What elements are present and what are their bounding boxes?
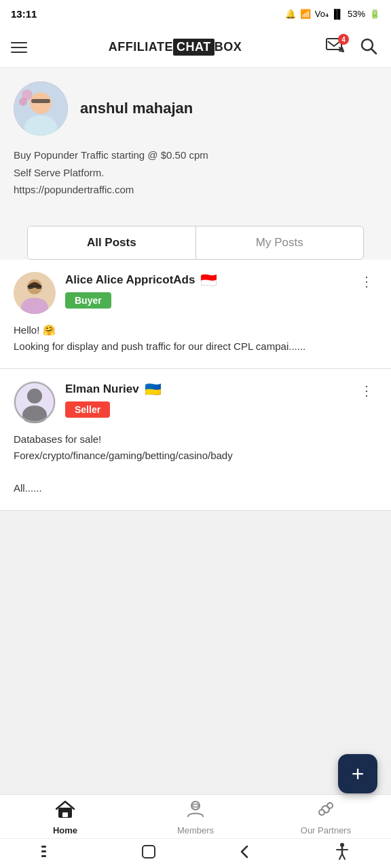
members-icon	[186, 800, 205, 823]
post-menu-elman[interactable]: ⋮	[356, 381, 377, 400]
profile-bio-link: https://popundertraffic.com	[14, 181, 377, 199]
post-card-alice: Alice Alice AppricotAds 🇮🇩 Buyer ⋮ Hello…	[0, 260, 391, 369]
top-nav: AFFILIATE CHAT BOX 4	[0, 27, 391, 68]
svg-line-32	[339, 854, 342, 859]
app-logo: AFFILIATE CHAT BOX	[109, 39, 242, 56]
nav-label-members: Members	[177, 825, 214, 835]
avatar-alice	[14, 272, 56, 314]
avatar	[14, 81, 68, 136]
nav-item-partners[interactable]: Our Partners	[261, 800, 391, 835]
hamburger-line-2	[11, 47, 27, 48]
nav-label-home: Home	[53, 825, 77, 835]
fab-new-post[interactable]: +	[338, 754, 377, 793]
post-content-alice: Hello! 🤗Looking for display and push tra…	[14, 322, 377, 355]
tab-my-posts[interactable]: My Posts	[196, 226, 364, 259]
hamburger-menu[interactable]	[11, 42, 27, 53]
post-flag-elman: 🇺🇦	[145, 381, 162, 397]
svg-rect-26	[41, 850, 46, 852]
nav-label-partners: Our Partners	[301, 825, 351, 835]
alarm-icon: 🔔	[285, 9, 296, 19]
svg-rect-22	[193, 804, 198, 807]
svg-point-16	[27, 389, 42, 403]
post-card-elman: Elman Nuriev 🇺🇦 Seller ⋮ Databases for s…	[0, 369, 391, 511]
svg-rect-11	[28, 285, 33, 289]
hamburger-line-1	[11, 42, 27, 43]
logo-affiliate-text: AFFILIATE	[109, 40, 173, 54]
post-username-elman: Elman Nuriev	[65, 382, 139, 396]
sys-back-icon	[239, 845, 251, 859]
message-badge: 4	[338, 34, 349, 45]
avatar-image	[14, 81, 68, 136]
post-user-details-alice: Alice Alice AppricotAds 🇮🇩 Buyer	[65, 272, 356, 309]
battery-icon: 🔋	[369, 9, 380, 19]
svg-point-8	[19, 98, 27, 106]
sys-accessibility-button[interactable]	[318, 837, 366, 868]
post-name-row-elman: Elman Nuriev 🇺🇦	[65, 381, 356, 397]
signal-text: Vo₄ ▐▌	[315, 9, 343, 19]
messages-button[interactable]: 4	[323, 35, 348, 59]
svg-rect-28	[143, 846, 155, 858]
profile-section: anshul mahajan Buy Popunder Traffic star…	[0, 68, 391, 215]
post-user-details-elman: Elman Nuriev 🇺🇦 Seller	[65, 381, 356, 418]
profile-username: anshul mahajan	[80, 100, 193, 117]
svg-rect-20	[62, 812, 68, 817]
svg-point-23	[319, 810, 324, 815]
battery-text: 53%	[348, 9, 365, 19]
partners-icon	[316, 800, 335, 823]
profile-bio-line1: Buy Popunder Traffic starting @ $0.50 cp…	[14, 146, 377, 164]
sys-accessibility-icon	[335, 843, 350, 861]
status-right-icons: 🔔 📶 Vo₄ ▐▌ 53% 🔋	[285, 9, 380, 19]
svg-rect-25	[41, 846, 46, 848]
post-role-badge-elman: Seller	[65, 401, 110, 418]
post-user-info-elman: Elman Nuriev 🇺🇦 Seller	[14, 381, 356, 423]
posts-tabs: All Posts My Posts	[27, 226, 364, 260]
profile-header: anshul mahajan	[14, 81, 377, 136]
logo-box-text: BOX	[215, 40, 242, 54]
logo-chat-highlight: CHAT	[173, 39, 215, 56]
avatar-elman	[14, 381, 56, 423]
bottom-nav-items: Home Members Our Partners	[0, 795, 391, 838]
sys-home-button[interactable]	[125, 839, 172, 868]
status-bar: 13:11 🔔 📶 Vo₄ ▐▌ 53% 🔋	[0, 0, 391, 27]
post-header-elman: Elman Nuriev 🇺🇦 Seller ⋮	[14, 381, 377, 423]
post-text-alice: Hello! 🤗Looking for display and push tra…	[14, 324, 305, 352]
wifi-icon: 📶	[300, 9, 311, 19]
search-icon	[360, 37, 377, 55]
tab-all-posts[interactable]: All Posts	[28, 226, 196, 259]
post-header-alice: Alice Alice AppricotAds 🇮🇩 Buyer ⋮	[14, 272, 377, 314]
nav-item-members[interactable]: Members	[130, 800, 261, 835]
svg-rect-27	[41, 855, 46, 857]
sys-home-icon	[141, 844, 156, 859]
sys-menu-button[interactable]	[25, 840, 74, 867]
hamburger-line-3	[11, 52, 27, 53]
bottom-nav: Home Members Our Partners	[0, 794, 391, 868]
post-role-badge-alice: Buyer	[65, 292, 111, 309]
profile-bio-line2: Self Serve Platform.	[14, 164, 377, 182]
post-username-alice: Alice Alice AppricotAds	[65, 273, 195, 287]
nav-action-icons: 4	[323, 35, 380, 60]
avatar-elman-image	[14, 381, 56, 423]
post-user-info-alice: Alice Alice AppricotAds 🇮🇩 Buyer	[14, 272, 356, 314]
status-time: 13:11	[11, 8, 37, 20]
system-bar	[0, 838, 391, 868]
svg-line-33	[342, 854, 345, 859]
nav-item-home[interactable]: Home	[0, 800, 130, 835]
post-text-elman: Databases for sale!Forex/crypto/finance/…	[14, 433, 233, 494]
svg-point-24	[327, 803, 333, 808]
post-menu-alice[interactable]: ⋮	[356, 272, 377, 291]
svg-line-2	[371, 49, 376, 54]
posts-list: Alice Alice AppricotAds 🇮🇩 Buyer ⋮ Hello…	[0, 260, 391, 511]
home-icon	[56, 800, 75, 823]
post-name-row-alice: Alice Alice AppricotAds 🇮🇩	[65, 272, 356, 288]
fab-plus-icon: +	[352, 763, 365, 785]
svg-rect-6	[31, 99, 50, 103]
svg-rect-12	[36, 285, 41, 289]
profile-bio: Buy Popunder Traffic starting @ $0.50 cp…	[14, 146, 377, 199]
search-button[interactable]	[357, 35, 380, 60]
sys-back-button[interactable]	[223, 840, 267, 867]
avatar-alice-image	[14, 272, 56, 314]
sys-menu-icon	[41, 846, 58, 858]
post-content-elman: Databases for sale!Forex/crypto/finance/…	[14, 431, 377, 496]
post-flag-alice: 🇮🇩	[200, 272, 217, 288]
